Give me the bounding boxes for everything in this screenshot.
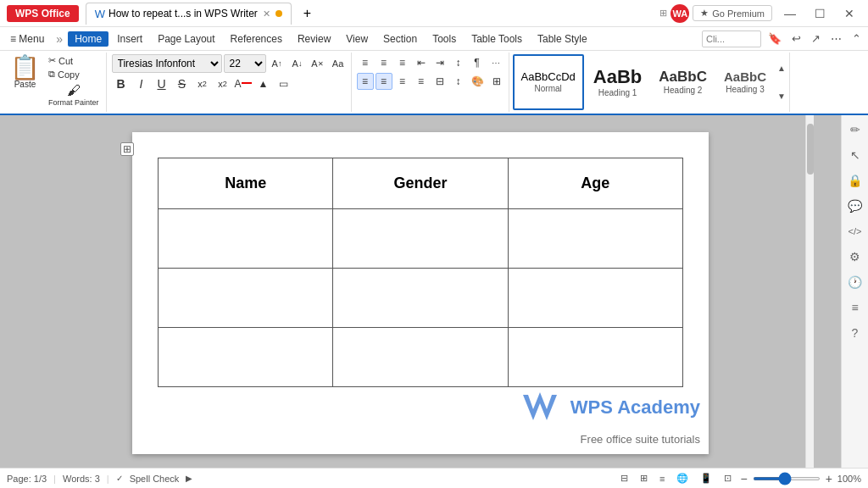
styles-scroll-up[interactable]: ▲ [776,64,787,73]
go-premium-button[interactable]: ★ Go Premium [693,5,772,21]
minimize-button[interactable]: — [777,5,803,22]
table-cell[interactable] [333,209,508,269]
comment-icon[interactable]: 💬 [846,197,865,215]
style-heading1[interactable]: AaBb Heading 1 [586,54,649,110]
clear-format-button[interactable]: A✕ [309,54,327,73]
shrink-font-button[interactable]: A↓ [288,54,307,73]
collapse-ribbon-icon[interactable]: ⌃ [849,30,865,47]
web-icon[interactable]: 🌐 [673,471,692,485]
table-move-handle[interactable]: ⊞ [120,142,134,156]
menu-item-home[interactable]: Home [68,31,108,47]
menu-item-tablestyle[interactable]: Table Style [531,31,594,47]
bullets-button[interactable]: ≡ [357,54,374,71]
highlight-button[interactable]: ▲ [254,75,273,93]
undo-icon[interactable]: ↩ [788,30,804,47]
menu-item-tabletools[interactable]: Table Tools [465,31,529,47]
maximize-button[interactable]: ☐ [808,5,832,22]
new-tab-button[interactable]: + [295,3,320,25]
table-cell[interactable] [508,328,682,387]
align-right-button[interactable]: ≡ [394,73,411,90]
lock-icon[interactable]: 🔒 [846,171,865,190]
layout-view-icon[interactable]: ⊟ [617,471,632,485]
menu-hamburger[interactable]: ≡ Menu [3,31,51,47]
nav-arrow[interactable]: ▶ [186,474,192,483]
grow-font-button[interactable]: A↑ [268,54,287,73]
close-button[interactable]: ✕ [837,5,861,22]
pilcrow-button[interactable]: ¶ [469,54,486,71]
spell-check-label[interactable]: Spell Check [130,474,180,484]
menu-item-insert[interactable]: Insert [110,31,149,47]
pen-icon[interactable]: ✏ [846,120,865,139]
table-cell[interactable] [333,269,508,328]
numbering-button[interactable]: ≡ [376,54,392,71]
cursor-icon[interactable]: ↖ [846,146,865,164]
strikethrough-button[interactable]: S [173,75,192,93]
mobile-icon[interactable]: 📱 [697,471,715,485]
superscript-button[interactable]: x2 [193,75,212,93]
menu-item-tools[interactable]: Tools [426,31,463,47]
grid-view-icon[interactable]: ⊞ [637,471,651,485]
help-icon[interactable]: ? [846,324,865,342]
font-color-button[interactable]: A [234,75,253,93]
scroll-thumb[interactable] [807,124,814,175]
font-size-select[interactable]: 22 [224,54,266,73]
nav-icon[interactable]: ≡ [846,298,865,317]
menu-item-references[interactable]: References [224,31,289,47]
italic-button[interactable]: I [132,75,151,93]
table-cell[interactable] [508,209,682,269]
subscript-button[interactable]: x2 [214,75,232,93]
copy-button[interactable]: ⧉ Copy [45,68,103,80]
table-cell[interactable] [333,328,508,387]
align-justify-button[interactable]: ≡ [413,73,430,90]
table-cell[interactable] [508,269,682,328]
multilevel-button[interactable]: ≡ [394,54,411,71]
bold-button[interactable]: B [112,75,131,93]
menu-item-section[interactable]: Section [376,31,424,47]
char-border-button[interactable]: ▭ [275,75,293,93]
zoom-plus[interactable]: + [826,472,832,485]
active-tab[interactable]: W How to repeat t...s in WPS Writer ✕ [86,3,292,25]
share-icon[interactable]: ↗ [808,30,824,47]
history-icon[interactable]: 🕐 [846,273,865,291]
paste-button[interactable]: 📋 Paste [7,54,43,91]
bookmark-icon[interactable]: 🔖 [765,30,785,47]
font-name-select[interactable]: Tiresias Infonfont [112,54,222,73]
table-cell[interactable] [159,209,333,269]
style-heading3[interactable]: AaBbC Heading 3 [716,54,774,110]
column-break-button[interactable]: ⊟ [431,73,448,90]
zoom-slider[interactable] [753,477,821,480]
increase-indent-button[interactable]: ⇥ [431,54,448,71]
tab-close-icon[interactable]: ✕ [263,8,270,19]
menu-item-pagelayout[interactable]: Page Layout [151,31,221,47]
change-case-button[interactable]: Aa [329,54,348,73]
vertical-scrollbar[interactable] [805,115,814,468]
menu-more-left[interactable]: » [53,30,66,47]
table-cell[interactable] [159,269,333,328]
code-icon[interactable]: </> [846,222,865,241]
underline-button[interactable]: U [153,75,171,93]
search-input[interactable] [702,30,761,47]
style-heading2[interactable]: AaBbC Heading 2 [651,54,715,110]
fill-color-button[interactable]: 🎨 [469,73,487,90]
align-center-button[interactable]: ≡ [376,73,392,90]
align-left-button[interactable]: ≡ [357,73,374,90]
sort-button[interactable]: ↕ [450,54,467,71]
document-area[interactable]: ⊞ Name Gender Age [0,115,841,468]
styles-scroll-down[interactable]: ▼ [776,92,787,101]
outline-view-icon[interactable]: ≡ [656,472,668,485]
more-options-icon[interactable]: ⋯ [827,30,845,47]
borders-button[interactable]: ⊞ [488,73,505,90]
menu-item-review[interactable]: Review [291,31,337,47]
settings-icon[interactable]: ⚙ [846,247,865,266]
menu-item-view[interactable]: View [339,31,375,47]
style-normal[interactable]: AaBbCcDd Normal [513,54,584,110]
table-cell[interactable] [159,328,333,387]
cut-button[interactable]: ✂ Cut [45,54,103,67]
format-painter-button[interactable]: 🖌 Format Painter [45,81,103,109]
zoom-fit-icon[interactable]: ⊡ [721,471,735,485]
decrease-indent-button[interactable]: ⇤ [413,54,430,71]
line-spacing-button[interactable]: ↕ [450,73,467,90]
para-more-button[interactable]: ⋯ [487,54,504,71]
user-avatar[interactable]: WA [670,4,689,23]
wps-logo-button[interactable]: WPS Office [7,5,79,22]
